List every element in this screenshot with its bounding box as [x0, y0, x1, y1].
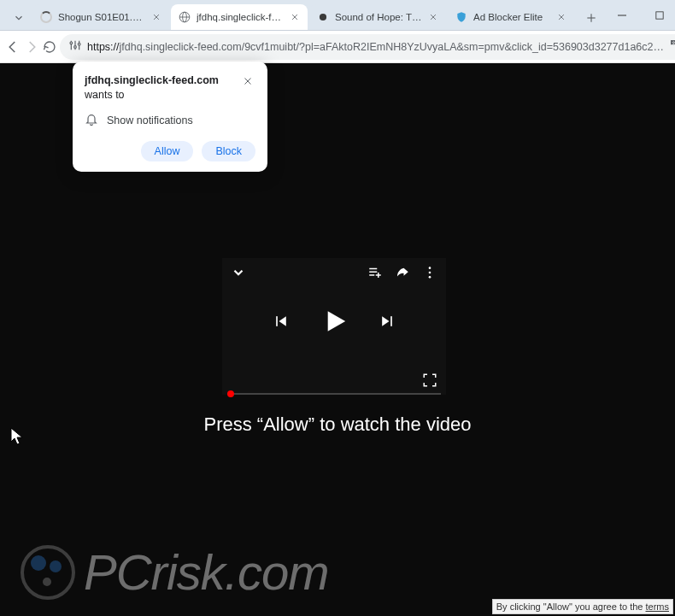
tab-1-active[interactable]: jfdhq.singleclick-feed.com/ — [171, 4, 308, 30]
svg-rect-47 — [390, 316, 392, 326]
watermark-logo-icon — [21, 545, 75, 600]
block-button[interactable]: Block — [202, 141, 255, 161]
svg-marker-48 — [11, 428, 22, 444]
tab-strip: Shogun S01E01.mp4 jfdhq.singleclick-feed… — [0, 0, 603, 30]
disclaimer-bar: By clicking "Allow" you agree to the ter… — [492, 599, 673, 614]
bell-icon — [85, 113, 98, 129]
notification-permission-prompt: jfdhq.singleclick-feed.com wants to Show… — [73, 62, 267, 172]
svg-text:文: 文 — [672, 40, 675, 45]
chevron-down-icon[interactable] — [229, 263, 248, 282]
close-icon[interactable] — [240, 73, 255, 89]
tab-title: jfdhq.singleclick-feed.com/ — [197, 12, 285, 22]
translate-icon[interactable]: 文A — [669, 38, 675, 55]
tab-title: Ad Blocker Elite — [473, 12, 552, 22]
previous-track-icon[interactable] — [272, 312, 291, 331]
close-icon[interactable] — [555, 11, 567, 23]
site-settings-icon[interactable] — [68, 38, 82, 55]
play-button[interactable] — [319, 306, 349, 336]
tab-search-button[interactable] — [7, 6, 31, 30]
svg-rect-15 — [656, 11, 663, 18]
new-tab-button[interactable] — [579, 6, 603, 30]
maximize-button[interactable] — [641, 0, 675, 31]
fullscreen-icon[interactable] — [420, 371, 439, 390]
svg-point-23 — [78, 43, 80, 45]
svg-point-7 — [320, 14, 326, 21]
watermark-text: PCrisk.com — [84, 543, 328, 601]
forward-button[interactable] — [24, 34, 39, 60]
close-icon[interactable] — [150, 11, 162, 23]
page-hint-text: Press “Allow” to watch the video — [0, 414, 675, 436]
tab-3[interactable]: Ad Blocker Elite — [448, 4, 574, 30]
permission-wants: wants to — [85, 89, 125, 101]
next-track-icon[interactable] — [378, 312, 396, 331]
tab-2[interactable]: Sound of Hope: The Story — [309, 4, 446, 30]
tab-title: Sound of Hope: The Story — [335, 12, 424, 22]
reload-button[interactable] — [43, 34, 56, 60]
svg-rect-39 — [376, 274, 381, 276]
svg-rect-36 — [369, 272, 377, 273]
url-text: https://jfdhq.singleclick-feed.com/9cvf1… — [87, 41, 664, 53]
close-icon[interactable] — [427, 11, 439, 23]
tab-0[interactable]: Shogun S01E01.mp4 — [32, 4, 169, 30]
address-bar[interactable]: https://jfdhq.singleclick-feed.com/9cvf1… — [60, 34, 675, 60]
back-button[interactable] — [5, 34, 21, 60]
window-titlebar: Shogun S01E01.mp4 jfdhq.singleclick-feed… — [0, 0, 675, 31]
svg-marker-44 — [279, 316, 286, 326]
svg-point-22 — [74, 46, 77, 49]
video-player — [222, 258, 446, 395]
svg-marker-45 — [328, 311, 346, 331]
permission-text: jfdhq.singleclick-feed.com wants to — [85, 73, 219, 103]
window-controls — [603, 0, 675, 31]
more-icon[interactable] — [420, 263, 439, 282]
shield-icon — [455, 10, 468, 24]
disclaimer-text: By clicking "Allow" you agree to the — [496, 601, 646, 612]
terms-link[interactable]: terms — [646, 601, 670, 612]
progress-bar[interactable] — [227, 393, 441, 395]
browser-toolbar: https://jfdhq.singleclick-feed.com/9cvf1… — [0, 31, 675, 63]
svg-rect-43 — [276, 316, 278, 326]
share-icon[interactable] — [393, 263, 412, 282]
globe-icon — [178, 10, 191, 24]
playlist-add-icon[interactable] — [366, 263, 384, 282]
allow-button[interactable]: Allow — [141, 141, 194, 161]
page-content: jfdhq.singleclick-feed.com wants to Show… — [0, 63, 675, 616]
permission-capability: Show notifications — [107, 114, 193, 126]
svg-point-40 — [429, 267, 431, 269]
globe-icon — [316, 10, 330, 24]
spinner-icon — [39, 10, 53, 24]
svg-point-42 — [429, 276, 431, 279]
svg-point-41 — [429, 272, 431, 274]
close-icon[interactable] — [289, 11, 301, 23]
svg-rect-35 — [369, 268, 377, 270]
watermark: PCrisk.com — [21, 543, 328, 601]
tab-title: Shogun S01E01.mp4 — [58, 12, 147, 22]
minimize-button[interactable] — [603, 0, 641, 31]
permission-site: jfdhq.singleclick-feed.com — [85, 74, 219, 86]
svg-point-21 — [70, 42, 73, 44]
svg-rect-37 — [369, 274, 374, 276]
svg-marker-46 — [382, 316, 389, 326]
progress-thumb[interactable] — [227, 390, 234, 397]
